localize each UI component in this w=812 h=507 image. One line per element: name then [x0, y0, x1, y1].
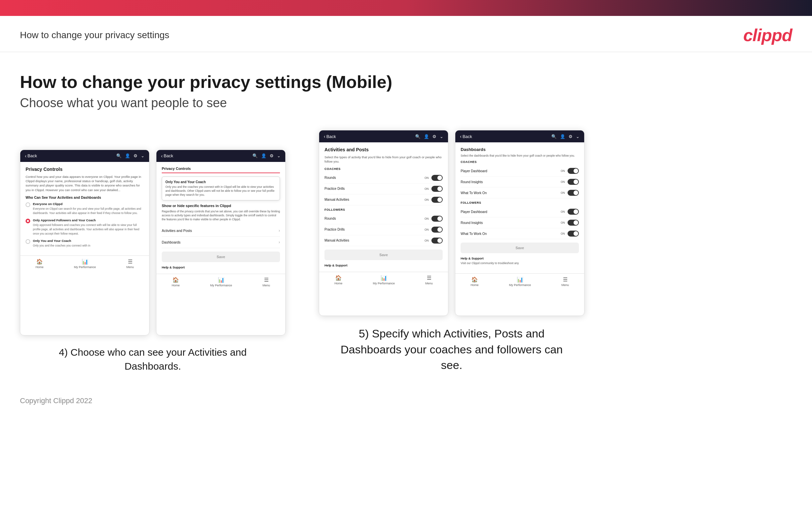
screen3-followers-rounds-toggle-pair: ON [424, 216, 443, 222]
screen1-back-btn[interactable]: ‹ Back [25, 153, 37, 159]
screen3-nav-home[interactable]: 🏠 Home [335, 275, 342, 285]
screen3-back-btn[interactable]: ‹ Back [324, 134, 336, 139]
screen4-back-btn[interactable]: ‹ Back [460, 134, 472, 139]
screenshots-row: ‹ Back 🔍 👤 ⚙ ⌄ Privacy Controls [20, 130, 792, 373]
screen1-nav-menu[interactable]: ☰ Menu [126, 259, 134, 269]
screen4-nav-menu[interactable]: ☰ Menu [562, 276, 569, 287]
screen4-nav-performance[interactable]: 📊 My Performance [509, 276, 531, 287]
screen2-menu-activities[interactable]: Activities and Posts › [162, 225, 280, 237]
header-title: How to change your privacy settings [20, 30, 169, 41]
screen4-followers-label: FOLLOWERS [461, 201, 579, 205]
screen4-save-btn[interactable]: Save [461, 242, 579, 253]
search-icon-4[interactable]: 🔍 [551, 134, 557, 139]
screen2-menu-label: Menu [263, 284, 270, 287]
screen3-bottom-nav: 🏠 Home 📊 My Performance ☰ Menu [319, 272, 448, 287]
screen2-back-btn[interactable]: ‹ Back [161, 153, 173, 159]
right-pair: ‹ Back 🔍 👤 ⚙ ⌄ Activities and Posts Sele… [319, 130, 585, 373]
screen4-followers-what-to-work-on: What To Work On ON [461, 228, 579, 239]
screen4-coaches-round-insights: Round Insights ON [461, 176, 579, 187]
screen4-coaches-ri-toggle[interactable] [568, 179, 579, 185]
screen4-followers-wtwo-label: What To Work On [461, 232, 487, 236]
screen3-coaches-rounds-toggle-pair: ON [424, 175, 443, 181]
screen3-content: Activities and Posts Select the types of… [319, 143, 448, 272]
screen1-option-0-label: Everyone on Clippd [33, 202, 144, 206]
screen3-coaches-drills-toggle-pair: ON [424, 186, 443, 192]
chevron-left-icon-2: ‹ [161, 153, 163, 159]
screen3-nav-menu[interactable]: ☰ Menu [425, 275, 433, 285]
settings-icon-2[interactable]: ⚙ [270, 153, 274, 158]
screen2-show-hide-text: Regardless of the privacy controls that … [162, 210, 280, 222]
profile-icon-4[interactable]: 👤 [560, 134, 565, 139]
more-icon[interactable]: ⌄ [141, 153, 145, 158]
screen3-coaches-manual-toggle[interactable] [432, 197, 443, 203]
screen3-coaches-drills-toggle[interactable] [432, 186, 443, 192]
settings-icon-4[interactable]: ⚙ [568, 134, 572, 139]
screen3-title: Activities and Posts [324, 147, 443, 152]
performance-icon: 📊 [82, 259, 88, 265]
screen1-option-1-desc: Only approved followers and coaches you … [33, 223, 139, 235]
profile-icon-2[interactable]: 👤 [261, 153, 266, 158]
more-icon-3[interactable]: ⌄ [440, 134, 443, 139]
settings-icon-3[interactable]: ⚙ [433, 134, 437, 139]
screen2-menu-dashboards[interactable]: Dashboards › [162, 237, 280, 248]
screen3-coaches-label: COACHES [324, 167, 443, 171]
radio-circle-0[interactable] [26, 203, 30, 207]
screen2-tab-bar: Privacy Controls [162, 167, 280, 173]
screen3-nav: ‹ Back 🔍 👤 ⚙ ⌄ [319, 130, 448, 143]
profile-icon[interactable]: 👤 [125, 153, 130, 158]
screen4-coaches-wtwo-toggle[interactable] [568, 190, 579, 196]
screen2-nav-performance[interactable]: 📊 My Performance [210, 277, 232, 287]
screen2-nav-home[interactable]: 🏠 Home [172, 277, 180, 287]
screen3-coaches-rounds-toggle[interactable] [432, 175, 443, 181]
screen4-followers-wtwo-toggle[interactable] [568, 231, 579, 237]
home-icon-2: 🏠 [172, 277, 179, 283]
screen4-followers-wtwo-toggle-pair: ON [561, 231, 579, 237]
screen4-mockup: ‹ Back 🔍 👤 ⚙ ⌄ Dashboards Select the das… [455, 130, 585, 316]
chevron-left-icon: ‹ [25, 153, 27, 159]
screen4-back-label: Back [463, 134, 472, 139]
settings-icon[interactable]: ⚙ [134, 153, 138, 158]
screen4-followers-ri-on-label: ON [561, 221, 565, 224]
screen2-tooltip: Only You and Your Coach Only you and the… [162, 176, 280, 201]
screen4-coaches-pd-toggle[interactable] [568, 168, 579, 174]
chevron-right-icon-dashboards: › [278, 240, 280, 244]
screen3-perf-label: My Performance [373, 282, 395, 285]
screen4-followers-pd-toggle[interactable] [568, 209, 579, 215]
search-icon-2[interactable]: 🔍 [252, 153, 258, 158]
screen4-coaches-label: COACHES [461, 160, 579, 164]
screen3-followers-manual-label: Manual Activities [324, 238, 349, 242]
screen4-coaches-ri-toggle-pair: ON [561, 179, 579, 185]
screen4-help-label: Help & Support [461, 257, 579, 260]
screen4-nav-home[interactable]: 🏠 Home [471, 276, 478, 287]
search-icon-3[interactable]: 🔍 [415, 134, 420, 139]
screen1-back-label: Back [28, 153, 37, 158]
screen2-save-btn[interactable]: Save [162, 251, 280, 262]
screen3-coaches-rounds-label: Rounds [324, 176, 336, 179]
screen3-followers-rounds-toggle[interactable] [432, 216, 443, 222]
page-subheading: Choose what you want people to see [20, 96, 792, 110]
radio-circle-2[interactable] [26, 239, 30, 244]
copyright-text: Copyright Clippd 2022 [20, 396, 92, 405]
screen3-followers-drills-toggle[interactable] [432, 227, 443, 233]
screen4-coaches-ri-label: Round Insights [461, 180, 483, 184]
screen4-followers-ri-toggle[interactable] [568, 220, 579, 226]
search-icon[interactable]: 🔍 [116, 153, 121, 158]
screen1-nav-performance[interactable]: 📊 My Performance [74, 259, 96, 269]
radio-circle-1[interactable] [26, 219, 30, 223]
screen3-followers-drills: Practice Drills ON [324, 224, 443, 235]
screen3-coaches-manual: Manual Activities ON [324, 194, 443, 206]
screen1-nav-home[interactable]: 🏠 Home [36, 259, 44, 269]
profile-icon-3[interactable]: 👤 [424, 134, 429, 139]
screen2-nav-menu[interactable]: ☰ Menu [263, 277, 270, 287]
screen1-nav: ‹ Back 🔍 👤 ⚙ ⌄ [20, 150, 149, 162]
screen3-followers-manual-toggle[interactable] [432, 238, 443, 243]
screen3-nav-performance[interactable]: 📊 My Performance [373, 275, 395, 285]
screen1-option-2: Only You and Your Coach Only you and the… [26, 239, 144, 247]
more-icon-2[interactable]: ⌄ [277, 153, 281, 158]
more-icon-4[interactable]: ⌄ [576, 134, 579, 139]
screen3-followers-manual: Manual Activities ON [324, 235, 443, 246]
screen1-description: Control how you and your data appears to… [26, 174, 144, 192]
screen1-menu-label: Menu [126, 266, 134, 269]
screen3-save-btn[interactable]: Save [324, 249, 443, 260]
screen2-tab-label[interactable]: Privacy Controls [162, 167, 191, 173]
